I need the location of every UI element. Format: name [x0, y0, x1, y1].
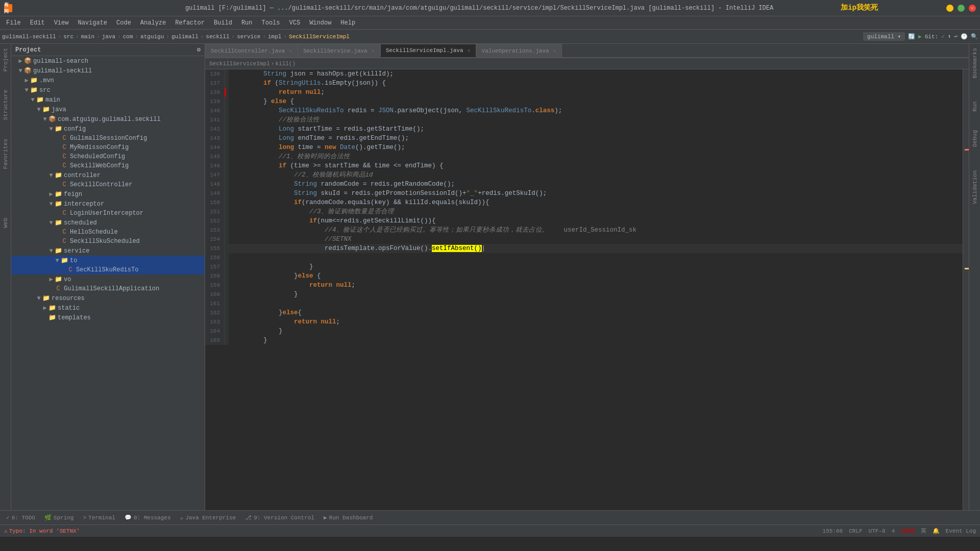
tab-seckill-controller[interactable]: SeckillController.java ✕ [205, 44, 298, 57]
breadcrumb-class-name[interactable]: SeckillServiceImpl [209, 61, 270, 67]
tree-item-app[interactable]: C GulimallSeckillApplication [11, 284, 205, 293]
menu-vcs[interactable]: VCS [285, 18, 305, 28]
run-panel-button[interactable]: Run [971, 99, 979, 114]
breadcrumb-method-name[interactable]: kill() [275, 61, 296, 67]
tree-item-java[interactable]: ▼ 📁 java [11, 105, 205, 114]
breadcrumb-main[interactable]: main [81, 34, 94, 40]
validation-panel-button[interactable]: Validation [971, 168, 979, 206]
tab-close-icon[interactable]: ✕ [553, 48, 556, 54]
menu-file[interactable]: File [2, 18, 25, 28]
close-button[interactable]: ✕ [969, 5, 976, 12]
tab-java-enterprise[interactable]: ☕ Java Enterprise [176, 513, 240, 522]
structure-panel-button[interactable]: Structure [2, 88, 10, 122]
menu-help[interactable]: Help [336, 18, 359, 28]
tree-item-src[interactable]: ▼ 📁 src [11, 85, 205, 95]
tree-item-hello-schedule[interactable]: C HelloSchedule [11, 228, 205, 237]
menu-build[interactable]: Build [210, 18, 236, 28]
tab-messages[interactable]: 💬 0: Messages [120, 513, 175, 522]
tree-item-seckill-redis-to[interactable]: C SecKillSkuRedisTo [11, 265, 205, 274]
menu-analyze[interactable]: Analyze [136, 18, 170, 28]
tree-item-to[interactable]: ▼ 📁 to [11, 256, 205, 265]
sidebar-settings-icon[interactable]: ⚙ [197, 46, 201, 54]
breadcrumb-src[interactable]: src [63, 34, 74, 40]
breadcrumb-java[interactable]: java [102, 34, 115, 40]
tree-item-package[interactable]: ▼ 📦 com.atguigu.gulimall.seckill [11, 114, 205, 124]
tree-item-redisson-config[interactable]: C MyRedissonConfig [11, 143, 205, 152]
breadcrumb-seckill[interactable]: gulimall-seckill [2, 34, 56, 40]
toolbar-icon-history[interactable]: 🕐 [961, 33, 968, 40]
tree-item-session-config[interactable]: C GulimallSessionConfig [11, 134, 205, 143]
toolbar-icon-git-update[interactable]: ⬆ [948, 33, 951, 40]
tree-item-scheduled-config[interactable]: C ScheduledConfig [11, 152, 205, 161]
tab-version-control[interactable]: ⎇ 9: Version Control [241, 513, 318, 522]
tree-item-sku-scheduled[interactable]: C SeckillSkuScheduled [11, 237, 205, 246]
toolbar-icon-git-check[interactable]: ✓ [941, 33, 945, 40]
line-separator[interactable]: CRLF [849, 528, 862, 534]
breadcrumb-class[interactable]: SeckillServiceImpl [289, 34, 350, 40]
debug-panel-button[interactable]: Debug [971, 128, 979, 149]
tab-run-dashboard[interactable]: ▶ Run Dashboard [320, 513, 377, 522]
web-panel-button[interactable]: Web [2, 216, 10, 230]
cursor-position[interactable]: 155:66 [823, 528, 843, 534]
menu-run[interactable]: Run [237, 18, 257, 28]
tree-item-seckill[interactable]: ▼ 📦 gulimall-seckill [11, 66, 205, 76]
tab-label: 0: Messages [134, 515, 171, 521]
maximize-button[interactable]: □ [958, 5, 965, 12]
tree-item-feign[interactable]: ▶ 📁 feign [11, 189, 205, 199]
menu-refactor[interactable]: Refactor [171, 18, 209, 28]
tree-item-scheduled[interactable]: ▼ 📁 scheduled [11, 218, 205, 228]
tab-value-operations[interactable]: ValueOperations.java ✕ [476, 44, 562, 57]
tree-item-static[interactable]: ▶ 📁 static [11, 303, 205, 313]
tree-item-login-interceptor[interactable]: C LoginUserInterceptor [11, 209, 205, 218]
code-content[interactable]: 136 String json = hashOps.get(killId); 1… [205, 69, 963, 510]
breadcrumb-service[interactable]: service [237, 34, 260, 40]
event-log[interactable]: Event Log [946, 528, 976, 534]
toolbar-icon-git-revert[interactable]: ↩ [954, 33, 958, 40]
menu-view[interactable]: View [50, 18, 73, 28]
tree-item-interceptor[interactable]: ▼ 📁 interceptor [11, 199, 205, 209]
menu-code[interactable]: Code [112, 18, 135, 28]
breadcrumb-impl[interactable]: impl [268, 34, 281, 40]
tab-close-icon[interactable]: ✕ [372, 48, 375, 54]
toolbar-icon-run[interactable]: ▶ [918, 33, 922, 40]
minimize-button[interactable]: ─ [946, 5, 953, 12]
tree-item-search[interactable]: ▶ 📦 gulimall-search [11, 56, 205, 66]
favorites-panel-button[interactable]: Favorites [2, 137, 10, 171]
code-editor[interactable]: 136 String json = hashOps.get(killId); 1… [205, 69, 969, 510]
project-panel-button[interactable]: Project [2, 46, 10, 73]
encoding[interactable]: UTF-8 [869, 528, 886, 534]
toolbar-icon-search[interactable]: 🔍 [971, 33, 978, 40]
tree-item-vo[interactable]: ▶ 📁 vo [11, 274, 205, 284]
toolbar-icon-refresh[interactable]: 🔄 [908, 33, 915, 40]
breadcrumb-atguigu[interactable]: atguigu [140, 34, 164, 40]
breadcrumb-seckill2[interactable]: seckill [206, 34, 229, 40]
project-selector[interactable]: gulimall ▾ [863, 32, 905, 41]
tab-terminal[interactable]: > Terminal [79, 513, 119, 522]
menu-edit[interactable]: Edit [26, 18, 49, 28]
tree-item-templates[interactable]: 📁 templates [11, 313, 205, 322]
tab-todo[interactable]: ✓ 6: TODO [2, 513, 39, 522]
tree-item-seckill-controller[interactable]: C SeckillController [11, 180, 205, 189]
tab-close-icon[interactable]: ✕ [289, 48, 292, 54]
menu-tools[interactable]: Tools [258, 18, 284, 28]
breadcrumb-gulimall[interactable]: gulimall [172, 34, 199, 40]
tree-item-controller-folder[interactable]: ▼ 📁 controller [11, 170, 205, 180]
code-line-158: 158 }else { [205, 271, 963, 281]
tree-item-config[interactable]: ▼ 📁 config [11, 124, 205, 134]
tree-item-main[interactable]: ▼ 📁 main [11, 95, 205, 105]
gutter-157 [225, 262, 229, 271]
lang-indicator[interactable]: 英 [921, 527, 926, 535]
tab-seckill-service-impl[interactable]: SeckillServiceImpl.java ✕ [380, 44, 476, 57]
tree-item-mvn[interactable]: ▶ 📁 .mvn [11, 76, 205, 85]
gutter-159 [225, 281, 229, 290]
tree-item-service[interactable]: ▼ 📁 service [11, 246, 205, 256]
menu-window[interactable]: Window [305, 18, 335, 28]
menu-navigate[interactable]: Navigate [74, 18, 111, 28]
tree-item-resources[interactable]: ▼ 📁 resources [11, 293, 205, 303]
tab-spring[interactable]: 🌿 Spring [40, 513, 78, 522]
breadcrumb-com[interactable]: com [123, 34, 133, 40]
tree-item-web-config[interactable]: C SeckillWebConfig [11, 161, 205, 170]
bookmarks-panel-button[interactable]: Bookmarks [971, 46, 979, 80]
tab-seckill-service[interactable]: SeckillService.java ✕ [298, 44, 380, 57]
tab-close-icon[interactable]: ✕ [468, 47, 471, 54]
